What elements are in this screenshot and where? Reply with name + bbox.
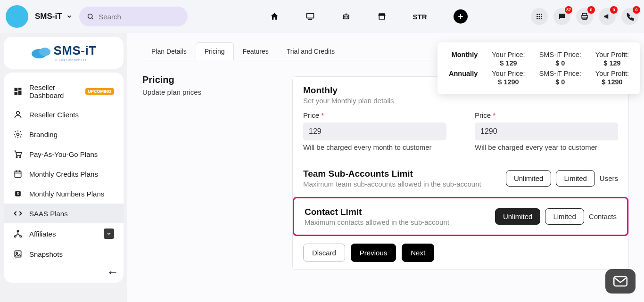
team-unlimited-button[interactable]: Unlimited (506, 170, 552, 187)
number-icon: $ (13, 189, 23, 198)
annual-note: Will be charged every year to customer (475, 143, 618, 151)
price-summary: Monthly Your Price:$ 129 SMS-iT Price:$ … (438, 42, 640, 94)
team-limited-button[interactable]: Limited (556, 170, 594, 187)
nav-label: Monthly Numbers Plans (29, 190, 104, 198)
nav-label: Reseller Dashboard (29, 83, 79, 99)
add-button[interactable] (454, 9, 468, 24)
monitor-icon[interactable] (305, 12, 315, 21)
svg-rect-8 (379, 16, 385, 19)
store-icon[interactable] (377, 12, 387, 21)
sidebar: SMS-iT SE-Mi Sentient iT Reseller Dashbo… (0, 33, 127, 302)
nav-affiliates[interactable]: Affiliates (4, 223, 124, 244)
chevron-down-icon (66, 13, 73, 20)
svg-point-14 (537, 16, 538, 17)
logo-subtitle: SE-Mi Sentient iT (53, 58, 96, 62)
svg-point-15 (539, 16, 540, 17)
previous-button[interactable]: Previous (351, 244, 396, 262)
team-title: Team Sub-Accounts Limit (303, 169, 500, 179)
svg-point-5 (344, 16, 345, 17)
svg-point-11 (537, 14, 538, 15)
nav-label: Affiliates (29, 230, 56, 238)
nav-label: Pay-As-You-Go Plans (29, 150, 98, 158)
next-button[interactable]: Next (402, 244, 434, 262)
nav-monthly-credits[interactable]: Monthly Credits Plans (4, 164, 124, 184)
contact-title: Contact Limit (305, 207, 489, 217)
svg-point-13 (541, 14, 542, 15)
svg-point-0 (88, 14, 92, 18)
svg-rect-2 (306, 13, 314, 18)
team-subtitle: Maximum team sub-accounts allowed in the… (303, 180, 500, 188)
price-label: Price * (475, 111, 495, 119)
tab-trial[interactable]: Trial and Credits (278, 42, 344, 60)
svg-point-24 (39, 48, 50, 56)
chat-badge: 37 (565, 6, 572, 14)
tab-pricing[interactable]: Pricing (196, 42, 234, 60)
svg-text:$: $ (17, 191, 19, 196)
str-link[interactable]: STR (413, 13, 427, 21)
nav-list: Reseller Dashboard UPCOMING Reseller Cli… (4, 73, 124, 283)
svg-rect-26 (18, 88, 22, 90)
dashboard-icon (13, 87, 23, 96)
nav-label: Reseller Clients (29, 111, 79, 119)
robot-icon[interactable] (341, 12, 351, 21)
svg-point-31 (16, 156, 17, 158)
nav-reseller-dashboard[interactable]: Reseller Dashboard UPCOMING (4, 78, 124, 105)
nav-label: Snapshots (29, 250, 63, 258)
apps-button[interactable] (531, 8, 548, 25)
phone-button[interactable]: 0 (621, 8, 638, 25)
discard-button[interactable]: Discard (303, 244, 345, 262)
svg-rect-28 (15, 92, 18, 95)
svg-point-6 (347, 16, 347, 17)
search-box[interactable] (79, 7, 188, 26)
monthly-price-input[interactable] (303, 122, 446, 140)
contact-limited-button[interactable]: Limited (545, 208, 584, 225)
main-content: Plan Details Pricing Features Trial and … (127, 33, 644, 302)
logo-title: SMS-iT (53, 43, 96, 58)
nav-label: Monthly Credits Plans (29, 170, 98, 178)
print-button[interactable]: 0 (576, 8, 593, 25)
svg-rect-27 (18, 90, 22, 95)
monthly-note: Will be charged every month to customer (303, 143, 446, 151)
svg-rect-25 (15, 88, 18, 91)
image-icon (13, 249, 23, 259)
svg-line-1 (91, 18, 93, 19)
upcoming-badge: UPCOMING (85, 88, 115, 95)
announce-button[interactable]: 0 (599, 8, 616, 25)
nav-saas-plans[interactable]: SAAS Plans (4, 204, 124, 223)
summary-annually-label: Annually (449, 70, 478, 86)
svg-rect-45 (614, 277, 627, 286)
collapse-toggle[interactable] (104, 229, 114, 239)
nav-label: SAAS Plans (29, 210, 68, 218)
top-right-actions: 37 0 0 0 (531, 8, 638, 25)
sidebar-collapse[interactable] (108, 269, 117, 278)
contact-limit-section: Contact Limit Maximum contacts allowed i… (293, 197, 628, 236)
logo: SMS-iT SE-Mi Sentient iT (4, 37, 124, 69)
brand-name: SMS-iT (35, 12, 62, 21)
calendar-icon (13, 169, 23, 179)
pricing-panel: Monthly Set your Monthly plan details Pr… (292, 76, 629, 270)
nav-monthly-numbers[interactable]: $ Monthly Numbers Plans (4, 184, 124, 204)
team-suffix: Users (600, 174, 618, 182)
tab-features[interactable]: Features (234, 42, 278, 60)
search-input[interactable] (99, 13, 180, 21)
cart-icon (13, 149, 23, 159)
support-mail-button[interactable] (605, 269, 636, 294)
clients-icon (13, 110, 23, 119)
nav-branding[interactable]: Branding (4, 124, 124, 144)
annual-price-input[interactable] (475, 122, 618, 140)
brand-dropdown[interactable]: SMS-iT (35, 12, 73, 21)
home-icon[interactable] (270, 12, 279, 21)
tab-plan-details[interactable]: Plan Details (142, 42, 196, 60)
nav-snapshots[interactable]: Snapshots (4, 244, 124, 264)
contact-unlimited-button[interactable]: Unlimited (495, 208, 541, 225)
svg-point-12 (539, 14, 540, 15)
nav-reseller-clients[interactable]: Reseller Clients (4, 105, 124, 124)
contact-suffix: Contacts (589, 212, 617, 220)
cloud-icon (31, 46, 51, 59)
affiliates-icon (13, 229, 23, 238)
nav-payg-plans[interactable]: Pay-As-You-Go Plans (4, 144, 124, 164)
svg-point-17 (537, 18, 538, 19)
nav-label: Branding (29, 131, 58, 139)
chat-button[interactable]: 37 (553, 8, 570, 25)
avatar[interactable] (6, 5, 28, 28)
